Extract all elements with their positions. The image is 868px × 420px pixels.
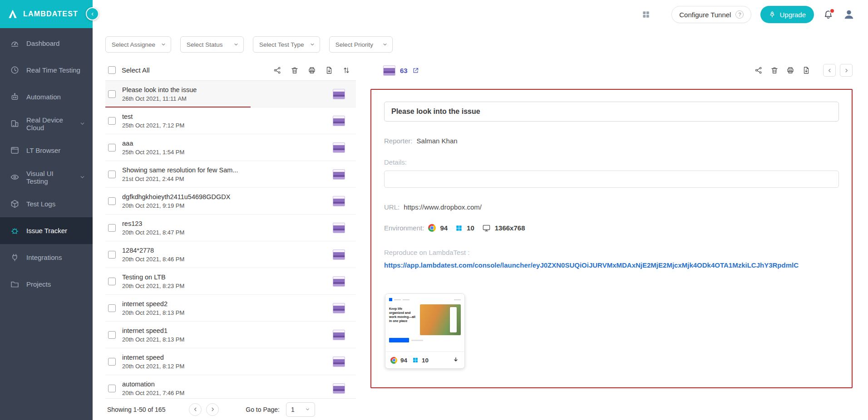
- issue-thumbnail[interactable]: [333, 116, 345, 126]
- issue-thumbnail[interactable]: [333, 303, 345, 313]
- issue-list-item[interactable]: automation20th Oct 2021, 7:46 PM: [105, 375, 356, 398]
- issue-thumbnail[interactable]: [333, 142, 345, 153]
- row-checkbox[interactable]: [108, 304, 116, 312]
- issue-list-item[interactable]: Testing on LTB20th Oct 2021, 8:23 PM: [105, 268, 356, 295]
- sidebar-collapse-button[interactable]: ‹: [86, 7, 99, 20]
- issue-list-item[interactable]: Showing same resolution for few Sam...21…: [105, 161, 356, 188]
- row-checkbox[interactable]: [108, 197, 116, 205]
- issue-title-input[interactable]: [384, 102, 839, 122]
- issue-title: res123: [122, 220, 184, 227]
- issue-list-item[interactable]: internet speed220th Oct 2021, 8:13 PM: [105, 295, 356, 322]
- filter-select-status[interactable]: Select Status: [180, 36, 244, 53]
- issue-title: aaa: [122, 140, 184, 147]
- row-checkbox[interactable]: [108, 90, 116, 98]
- row-checkbox[interactable]: [108, 117, 116, 125]
- issue-list-item[interactable]: res12320th Oct 2021, 8:47 PM: [105, 215, 356, 241]
- issue-text: internet speed120th Oct 2021, 8:13 PM: [122, 327, 184, 343]
- list-toolbar: Select All: [105, 60, 356, 81]
- lambdatest-logo-icon: [6, 8, 19, 20]
- export-icon[interactable]: [325, 66, 333, 74]
- share-icon[interactable]: [755, 66, 763, 74]
- row-checkbox[interactable]: [108, 331, 116, 339]
- download-icon[interactable]: [452, 357, 459, 364]
- apps-grid-icon[interactable]: [641, 10, 651, 19]
- issue-thumbnail[interactable]: [333, 330, 345, 340]
- sidebar-item-lt-browser[interactable]: LT Browser: [0, 137, 93, 164]
- sidebar-item-real-device-cloud[interactable]: Real Device Cloud: [0, 110, 93, 137]
- trash-icon[interactable]: [291, 66, 299, 74]
- user-avatar-icon[interactable]: [843, 8, 855, 21]
- visual-testing-icon: [10, 172, 20, 182]
- print-icon[interactable]: [786, 66, 794, 74]
- sidebar-menu: DashboardReal Time TestingAutomationReal…: [0, 28, 93, 298]
- filter-select-priority[interactable]: Select Priority: [329, 36, 393, 53]
- issue-number-link[interactable]: 63: [400, 67, 408, 74]
- issue-title: internet speed1: [122, 327, 184, 334]
- help-icon[interactable]: ?: [735, 10, 744, 19]
- row-checkbox[interactable]: [108, 358, 116, 366]
- issue-list-item[interactable]: Please look into the issue26th Oct 2021,…: [105, 81, 356, 107]
- reproduce-link[interactable]: https://app.lambdatest.com/console/launc…: [384, 261, 839, 269]
- next-page-button[interactable]: [206, 403, 219, 416]
- upgrade-button[interactable]: Upgrade: [760, 6, 814, 23]
- row-checkbox[interactable]: [108, 171, 116, 178]
- sidebar-item-real-time-testing[interactable]: Real Time Testing: [0, 57, 93, 83]
- row-checkbox[interactable]: [108, 278, 116, 285]
- sidebar-item-issue-tracker[interactable]: Issue Tracker: [0, 217, 93, 244]
- issue-thumbnail[interactable]: [333, 196, 345, 206]
- sort-icon[interactable]: [342, 66, 350, 74]
- filter-select-assignee[interactable]: Select Assignee: [105, 36, 171, 53]
- next-issue-button[interactable]: [840, 64, 853, 77]
- brand-logo[interactable]: LAMBDATEST: [0, 0, 93, 28]
- issue-text: res12320th Oct 2021, 8:47 PM: [122, 220, 184, 236]
- configure-tunnel-button[interactable]: Configure Tunnel ?: [671, 6, 751, 23]
- row-checkbox[interactable]: [108, 224, 116, 232]
- row-checkbox[interactable]: [108, 251, 116, 259]
- sidebar-item-projects[interactable]: Projects: [0, 271, 93, 298]
- sidebar-item-label: Real Device Cloud: [26, 116, 73, 132]
- realtime-icon: [10, 65, 20, 75]
- page-number-select[interactable]: 1: [286, 402, 315, 417]
- row-checkbox[interactable]: [108, 385, 116, 392]
- select-all[interactable]: Select All: [108, 66, 150, 74]
- issue-list-item[interactable]: internet speed20th Oct 2021, 8:12 PM: [105, 348, 356, 375]
- sidebar-item-automation[interactable]: Automation: [0, 83, 93, 110]
- issue-list-item[interactable]: dgfkdhgkhoieyth2411u54698GDGDX20th Oct 2…: [105, 188, 356, 215]
- sidebar-item-visual-ui-testing[interactable]: Visual UI Testing: [0, 164, 93, 190]
- print-icon[interactable]: [308, 66, 316, 74]
- issue-list-item[interactable]: 1284*277820th Oct 2021, 8:46 PM: [105, 241, 356, 268]
- filter-select-test-type[interactable]: Select Test Type: [253, 36, 320, 53]
- issue-title: Please look into the issue: [122, 86, 197, 93]
- details-input[interactable]: [384, 171, 839, 188]
- notifications-bell-icon[interactable]: [823, 10, 833, 20]
- sidebar-item-integrations[interactable]: Integrations: [0, 244, 93, 271]
- screenshot-card[interactable]: Keep life organized and work moving—all …: [385, 293, 465, 369]
- prev-page-button[interactable]: [189, 403, 202, 416]
- issue-list-item[interactable]: aaa25th Oct 2021, 1:54 PM: [105, 134, 356, 161]
- sidebar-item-dashboard[interactable]: Dashboard: [0, 30, 93, 57]
- select-all-label: Select All: [122, 66, 150, 74]
- issue-thumbnail[interactable]: [333, 89, 345, 99]
- share-icon[interactable]: [273, 66, 281, 74]
- issue-title: 1284*2778: [122, 247, 184, 254]
- external-link-icon[interactable]: [412, 67, 419, 74]
- prev-issue-button[interactable]: [823, 64, 836, 77]
- issue-list-item[interactable]: internet speed120th Oct 2021, 8:13 PM: [105, 322, 356, 348]
- row-checkbox[interactable]: [108, 144, 116, 151]
- issue-text: automation20th Oct 2021, 7:46 PM: [122, 381, 184, 396]
- issue-list-item[interactable]: test25th Oct 2021, 7:12 PM: [105, 107, 356, 134]
- issue-thumbnail[interactable]: [333, 383, 345, 394]
- sidebar-item-test-logs[interactable]: Test Logs: [0, 190, 93, 217]
- issue-thumbnail[interactable]: [333, 223, 345, 233]
- issue-text: Showing same resolution for few Sam...21…: [122, 166, 238, 182]
- export-icon[interactable]: [802, 66, 810, 74]
- issue-thumbnail[interactable]: [383, 65, 395, 76]
- issue-thumbnail[interactable]: [333, 276, 345, 287]
- issue-thumbnail[interactable]: [333, 357, 345, 367]
- issue-thumbnail[interactable]: [333, 249, 345, 260]
- chevron-down-icon: [79, 174, 85, 180]
- app-root: LAMBDATEST ‹ DashboardReal Time TestingA…: [0, 0, 868, 420]
- trash-icon[interactable]: [770, 66, 779, 74]
- select-all-checkbox[interactable]: [108, 66, 116, 74]
- issue-thumbnail[interactable]: [333, 169, 345, 180]
